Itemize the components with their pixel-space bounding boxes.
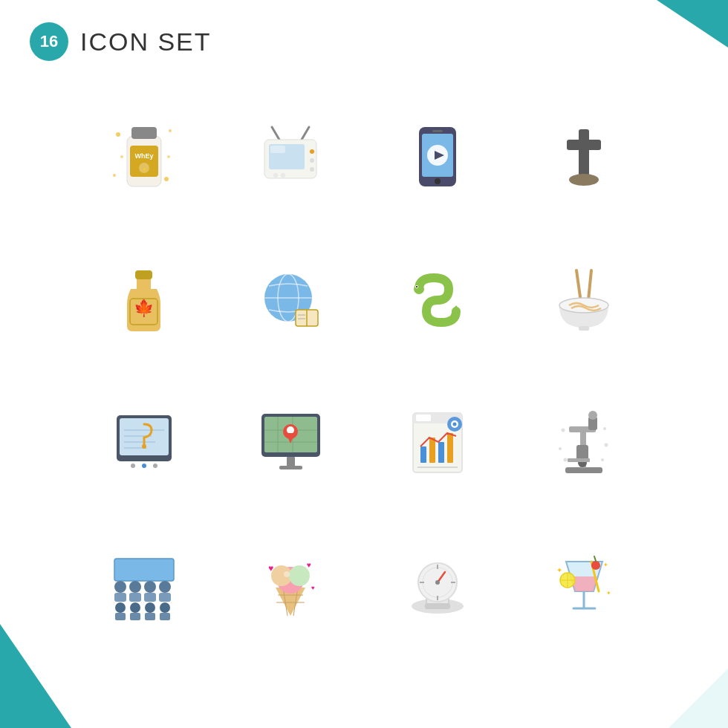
svg-text:WhEy: WhEy — [134, 152, 153, 160]
svg-point-46 — [414, 284, 424, 294]
icon-cocktail: ✦ ✦ ✦ — [536, 538, 632, 634]
svg-rect-83 — [438, 442, 444, 463]
svg-rect-80 — [416, 415, 431, 421]
svg-point-62 — [142, 464, 146, 468]
svg-point-60 — [142, 444, 146, 449]
svg-line-14 — [302, 127, 309, 140]
svg-rect-114 — [115, 613, 126, 620]
svg-rect-75 — [279, 466, 302, 469]
svg-rect-30 — [579, 129, 589, 178]
svg-point-93 — [588, 411, 597, 420]
svg-point-3 — [113, 174, 116, 177]
icon-whey-protein: WhEy ⚡ — [96, 108, 192, 205]
svg-rect-82 — [429, 438, 435, 463]
svg-rect-112 — [159, 593, 171, 602]
svg-rect-116 — [130, 613, 140, 620]
svg-rect-118 — [145, 613, 155, 620]
header: 16 ICON SET — [30, 22, 212, 61]
svg-point-28 — [435, 178, 441, 184]
svg-rect-74 — [287, 457, 295, 467]
svg-rect-34 — [135, 270, 152, 279]
svg-point-119 — [160, 602, 170, 613]
svg-text:✦: ✦ — [556, 566, 562, 574]
svg-point-115 — [130, 602, 140, 613]
svg-rect-18 — [270, 146, 285, 153]
svg-point-1 — [169, 129, 172, 132]
icon-ice-cream: ♥ ♥ ♥ — [242, 538, 339, 634]
svg-rect-84 — [447, 433, 453, 463]
svg-point-97 — [562, 428, 565, 432]
svg-line-157 — [594, 556, 596, 561]
icon-microscope — [536, 394, 632, 491]
svg-text:✦: ✦ — [603, 562, 608, 568]
svg-rect-103 — [114, 559, 174, 581]
svg-point-32 — [569, 174, 599, 186]
svg-text:🍁: 🍁 — [134, 298, 155, 318]
svg-text:✦: ✦ — [606, 590, 611, 597]
svg-point-132 — [284, 571, 290, 577]
svg-rect-106 — [114, 593, 126, 602]
svg-rect-53 — [579, 326, 589, 331]
svg-rect-108 — [129, 593, 141, 602]
svg-rect-89 — [565, 467, 602, 473]
icon-noodle-bowl — [536, 252, 632, 348]
svg-point-23 — [281, 173, 285, 178]
svg-point-107 — [129, 581, 141, 593]
svg-point-109 — [144, 581, 156, 593]
svg-rect-120 — [160, 613, 170, 620]
icon-retro-tv — [242, 108, 339, 205]
svg-point-98 — [603, 427, 606, 430]
icon-video-phone — [389, 108, 486, 205]
svg-point-72 — [287, 426, 294, 434]
icon-grid: WhEy ⚡ — [74, 89, 654, 654]
icon-cross — [536, 108, 632, 205]
icon-globe-book — [242, 252, 339, 348]
icon-weight-scale — [389, 538, 486, 634]
svg-point-21 — [310, 167, 314, 172]
svg-point-48 — [416, 286, 417, 287]
svg-point-101 — [601, 458, 604, 461]
svg-rect-8 — [131, 127, 157, 139]
svg-point-5 — [167, 155, 170, 158]
icon-analytics-page — [389, 394, 486, 491]
svg-point-2 — [164, 177, 169, 181]
icon-tablet-hook — [96, 394, 192, 491]
page-title: ICON SET — [80, 27, 212, 56]
svg-point-4 — [120, 155, 123, 158]
svg-point-22 — [273, 173, 278, 178]
svg-point-113 — [115, 602, 126, 613]
icon-count-badge: 16 — [30, 22, 68, 61]
svg-rect-31 — [567, 140, 601, 150]
svg-text:⚡: ⚡ — [141, 166, 147, 172]
icon-snake-game — [389, 252, 486, 348]
svg-line-13 — [272, 127, 279, 140]
svg-rect-29 — [432, 130, 443, 132]
svg-text:♥: ♥ — [307, 561, 311, 569]
svg-rect-145 — [425, 603, 450, 609]
svg-rect-96 — [568, 458, 590, 462]
svg-rect-110 — [144, 593, 156, 602]
svg-point-131 — [289, 565, 310, 586]
svg-point-105 — [114, 581, 126, 593]
svg-point-88 — [452, 423, 456, 426]
icon-map-monitor — [242, 394, 339, 491]
svg-point-0 — [116, 132, 120, 137]
svg-point-100 — [559, 447, 562, 450]
svg-point-20 — [310, 158, 314, 163]
icon-team — [96, 538, 192, 634]
svg-point-102 — [564, 458, 568, 461]
svg-point-111 — [159, 581, 171, 593]
svg-text:♥: ♥ — [311, 585, 315, 591]
svg-point-99 — [605, 443, 608, 446]
svg-point-63 — [153, 464, 157, 468]
svg-point-156 — [591, 561, 600, 570]
svg-point-19 — [310, 149, 314, 154]
svg-point-144 — [435, 580, 440, 585]
svg-rect-81 — [420, 446, 426, 463]
icon-maple-syrup: 🍁 — [96, 252, 192, 348]
corner-decoration-bottom-right — [669, 669, 728, 728]
svg-point-61 — [131, 464, 135, 468]
svg-point-117 — [145, 602, 155, 613]
